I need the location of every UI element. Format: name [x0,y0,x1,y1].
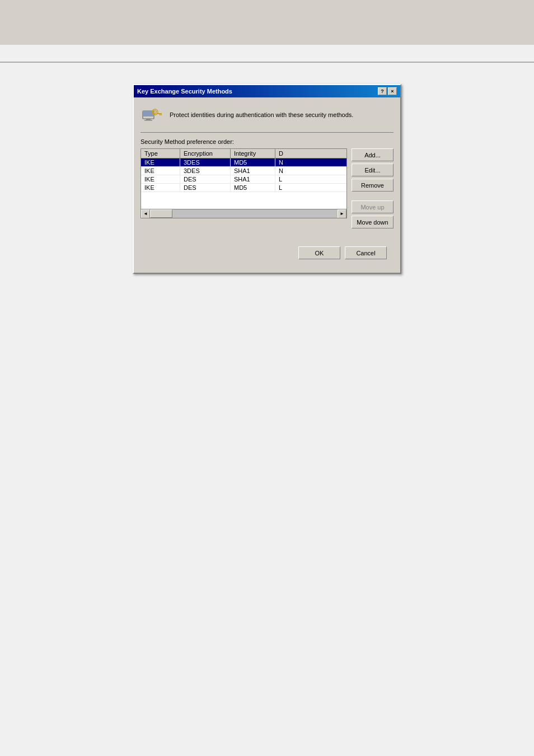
cell-integrity: SHA1 [231,167,275,175]
svg-rect-7 [160,114,161,115]
key-exchange-dialog: Key Exchange Security Methods ? × [133,84,401,274]
table-empty-space [141,192,346,209]
table-section: Type Encryption Integrity D IKE 3DES [140,148,347,218]
dialog-title: Key Exchange Security Methods [137,88,232,95]
scroll-right-button[interactable]: ► [338,209,346,218]
cell-encryption: 3DES [180,158,231,166]
icon-area [140,104,163,127]
cancel-button[interactable]: Cancel [345,246,387,259]
horizontal-scrollbar[interactable]: ◄ ► [141,209,346,218]
header-section: Protect identities during authentication… [140,104,394,133]
scroll-track[interactable] [150,209,338,218]
spacer [352,194,394,198]
cell-integrity: MD5 [231,184,275,192]
table-body: IKE 3DES MD5 N IKE 3DES SHA1 [141,158,346,209]
cell-d: N [275,167,346,175]
top-rule [0,62,534,63]
col-header-type[interactable]: Type [141,149,180,158]
remove-button[interactable]: Remove [352,179,394,192]
scroll-thumb[interactable] [150,209,172,218]
dialog-titlebar: Key Exchange Security Methods ? × [134,85,400,97]
svg-rect-2 [146,119,151,120]
move-down-button[interactable]: Move down [352,216,394,228]
help-button[interactable]: ? [378,87,387,95]
cell-type: IKE [141,167,180,175]
cell-encryption: 3DES [180,167,231,175]
dialog-footer: OK Cancel [140,240,394,266]
svg-rect-8 [161,113,162,115]
cell-d: N [275,158,346,166]
svg-rect-3 [144,120,152,121]
buttons-section: Add... Edit... Remove Move up Move down [352,148,394,228]
table-container: Type Encryption Integrity D IKE 3DES [140,148,347,218]
security-icon [142,105,162,125]
cell-integrity: SHA1 [231,175,275,183]
cell-type: IKE [141,175,180,183]
svg-point-5 [154,111,157,114]
move-up-button[interactable]: Move up [352,200,394,213]
table-header: Type Encryption Integrity D [141,149,346,158]
main-content: Type Encryption Integrity D IKE 3DES [140,148,394,228]
table-row[interactable]: IKE 3DES SHA1 N [141,167,346,175]
cell-type: IKE [141,184,180,192]
header-text: Protect identities during authentication… [170,111,353,119]
svg-rect-6 [157,113,161,114]
preference-label: Security Method preference order: [140,138,394,145]
title-buttons: ? × [378,87,397,95]
cell-d: L [275,175,346,183]
ok-button[interactable]: OK [298,246,340,259]
cell-d: L [275,184,346,192]
col-header-encryption[interactable]: Encryption [180,149,231,158]
table-row[interactable]: IKE 3DES MD5 N [141,158,346,167]
table-row[interactable]: IKE DES SHA1 L [141,175,346,184]
cell-type: IKE [141,158,180,166]
edit-button[interactable]: Edit... [352,164,394,176]
close-button[interactable]: × [388,87,397,95]
dialog-body: Protect identities during authentication… [134,97,400,273]
add-button[interactable]: Add... [352,148,394,161]
cell-integrity: MD5 [231,158,275,166]
col-header-d[interactable]: D [275,149,346,158]
scroll-left-button[interactable]: ◄ [141,209,150,218]
cell-encryption: DES [180,175,231,183]
cell-encryption: DES [180,184,231,192]
table-row[interactable]: IKE DES MD5 L [141,184,346,192]
col-header-integrity[interactable]: Integrity [231,149,275,158]
